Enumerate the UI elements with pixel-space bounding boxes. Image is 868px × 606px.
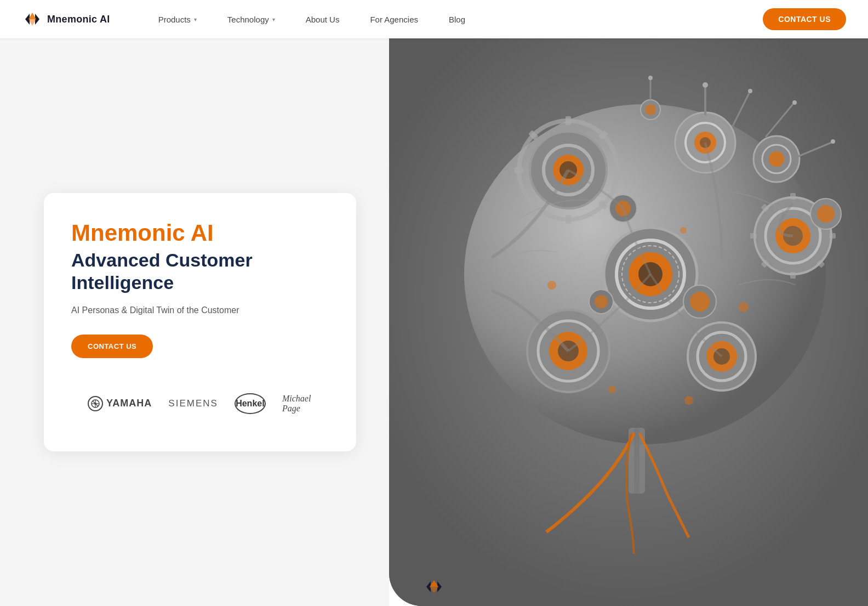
svg-point-30 [769, 151, 784, 167]
nav-agencies[interactable]: For Agencies [355, 0, 433, 38]
hero-left: Mnemonic AI Advanced Customer Intelligen… [0, 38, 389, 606]
michaelpage-logo: Michael Page [282, 394, 312, 414]
svg-marker-2 [28, 13, 36, 19]
products-chevron-icon: ▾ [194, 16, 197, 22]
henkel-text: Henkel [236, 399, 264, 409]
hero-section: Mnemonic AI Advanced Customer Intelligen… [0, 38, 868, 606]
svg-rect-17 [566, 215, 571, 224]
svg-point-36 [792, 100, 797, 105]
yamaha-logo: YAMAHA [88, 396, 152, 411]
svg-marker-86 [430, 587, 438, 593]
svg-rect-16 [566, 116, 571, 125]
yamaha-icon [88, 396, 103, 411]
bottom-logo-icon [423, 579, 445, 595]
hero-contact-button[interactable]: CONTACT US [71, 335, 153, 358]
svg-rect-18 [613, 167, 622, 173]
svg-marker-85 [430, 580, 438, 587]
nav-blog[interactable]: Blog [433, 0, 481, 38]
nav-technology[interactable]: Technology ▾ [212, 0, 290, 38]
svg-point-34 [748, 89, 752, 93]
svg-point-75 [648, 76, 653, 80]
siemens-logo: SIEMENS [168, 398, 218, 409]
nav-products[interactable]: Products ▾ [143, 0, 212, 38]
svg-rect-45 [829, 233, 836, 239]
bottom-logo [423, 579, 445, 595]
svg-rect-71 [634, 428, 639, 494]
svg-point-32 [703, 82, 708, 88]
brain-background [389, 38, 868, 606]
main-nav: Products ▾ Technology ▾ About Us For Age… [143, 0, 846, 38]
svg-marker-3 [28, 19, 36, 26]
navbar: Mnemonic AI Products ▾ Technology ▾ Abou… [0, 0, 868, 38]
technology-chevron-icon: ▾ [272, 16, 275, 22]
hero-title-orange: Mnemonic AI [71, 220, 329, 246]
svg-point-77 [817, 205, 835, 223]
svg-point-80 [739, 302, 749, 312]
svg-rect-43 [790, 193, 796, 200]
siemens-text: SIEMENS [168, 398, 218, 409]
svg-point-69 [595, 295, 608, 308]
partner-logos: YAMAHA SIEMENS Henkel Michael Page [71, 378, 329, 429]
navbar-contact-button[interactable]: CONTACT US [763, 8, 846, 30]
svg-rect-19 [515, 167, 523, 173]
logo-icon [22, 9, 43, 30]
nav-about[interactable]: About Us [290, 0, 355, 38]
brand-name: Mnemonic AI [47, 14, 110, 25]
hero-card: Mnemonic AI Advanced Customer Intelligen… [44, 193, 356, 451]
svg-point-8 [94, 403, 96, 405]
svg-point-78 [547, 281, 556, 290]
hero-subtitle: AI Personas & Digital Twin of the Custom… [71, 304, 329, 317]
svg-point-81 [608, 386, 616, 393]
svg-point-38 [831, 139, 835, 144]
hero-right [389, 38, 868, 606]
svg-rect-46 [750, 233, 757, 239]
svg-point-73 [645, 104, 656, 115]
yamaha-text: YAMAHA [106, 398, 152, 409]
svg-point-82 [684, 396, 693, 405]
michaelpage-text: Michael Page [282, 394, 311, 413]
brain-illustration [389, 38, 868, 606]
henkel-logo: Henkel [235, 393, 266, 414]
hero-title-dark: Advanced Customer Intelligence [71, 249, 329, 294]
brand-logo[interactable]: Mnemonic AI [22, 9, 110, 30]
svg-point-67 [690, 292, 710, 312]
svg-rect-44 [790, 272, 796, 279]
svg-point-79 [680, 227, 687, 234]
